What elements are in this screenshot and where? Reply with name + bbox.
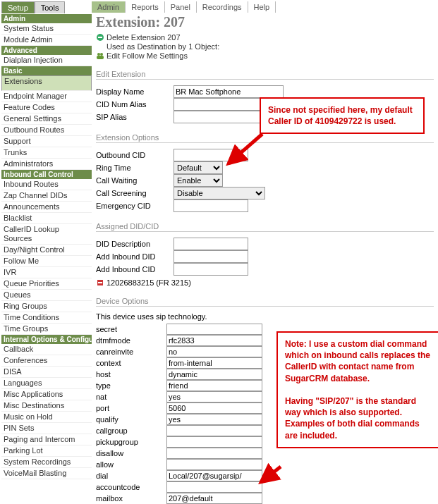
edit-followme-label: Edit Follow Me Settings bbox=[107, 51, 188, 60]
sidebar-header: Admin bbox=[1, 14, 92, 23]
lefttab-setup[interactable]: Setup bbox=[1, 1, 35, 13]
existing-did-line[interactable]: 12026883215 (FR 3215) bbox=[96, 278, 434, 287]
device-host-input[interactable] bbox=[166, 369, 262, 380]
sidebar-item-support[interactable]: Support bbox=[1, 136, 92, 147]
sidebar-item-day-night-control[interactable]: Day/Night Control bbox=[1, 245, 92, 256]
delete-icon bbox=[96, 33, 104, 42]
sidebar-item-languages[interactable]: Languages bbox=[1, 378, 92, 389]
topmenu-admin[interactable]: Admin bbox=[92, 1, 126, 13]
svg-point-2 bbox=[97, 53, 100, 56]
sidebar-item-system-recordings[interactable]: System Recordings bbox=[1, 457, 92, 468]
sidebar-item-inbound-routes[interactable]: Inbound Routes bbox=[1, 179, 92, 190]
add-inbound-cid-label: Add Inbound CID bbox=[96, 265, 174, 273]
sidebar-item-ivr[interactable]: IVR bbox=[1, 267, 92, 278]
add-inbound-did-input[interactable] bbox=[174, 250, 248, 263]
sidebar-item-endpoint-manager[interactable]: Endpoint Manager bbox=[1, 91, 92, 102]
sidebar-item-pin-sets[interactable]: PIN Sets bbox=[1, 423, 92, 434]
sidebar-item-administrators[interactable]: Administrators bbox=[1, 159, 92, 170]
sidebar-item-zap-channel-dids[interactable]: Zap Channel DIDs bbox=[1, 190, 92, 202]
outbound-cid-label: Outbound CID bbox=[96, 151, 174, 159]
callout-dial-command: Note: I use a custom dial command which … bbox=[276, 331, 438, 448]
sidebar-item-callback[interactable]: Callback bbox=[1, 344, 92, 355]
sidebar-item-extensions[interactable]: Extensions bbox=[1, 75, 92, 91]
sidebar-item-callerid-lookup-sources[interactable]: CallerID Lookup Sources bbox=[1, 224, 92, 245]
add-inbound-did-label: Add Inbound DID bbox=[96, 252, 174, 261]
sidebar-item-queues[interactable]: Queues bbox=[1, 290, 92, 301]
sidebar-item-ring-groups[interactable]: Ring Groups bbox=[1, 301, 92, 312]
sidebar-item-announcements[interactable]: Announcements bbox=[1, 202, 92, 213]
sidebar-header: Inbound Call Control bbox=[1, 170, 92, 179]
svg-line-8 bbox=[261, 467, 281, 482]
emergency-cid-label: Emergency CID bbox=[96, 202, 174, 210]
page-title: Extension: 207 bbox=[96, 14, 434, 30]
device-secret-input[interactable] bbox=[166, 324, 262, 335]
did-description-input[interactable] bbox=[174, 238, 248, 250]
device-context-input[interactable] bbox=[166, 357, 262, 369]
sidebar-item-music-on-hold[interactable]: Music on Hold bbox=[1, 412, 92, 423]
add-inbound-cid-input[interactable] bbox=[174, 263, 248, 276]
delete-extension-link[interactable]: Delete Extension 207 bbox=[96, 33, 434, 42]
sidebar-item-time-groups[interactable]: Time Groups bbox=[1, 324, 92, 335]
device-type-input[interactable] bbox=[166, 380, 262, 391]
topmenu-recordings[interactable]: Recordings bbox=[197, 1, 248, 13]
device-disallow-input[interactable] bbox=[166, 448, 262, 459]
ring-time-select[interactable]: Default bbox=[174, 161, 223, 174]
sidebar-item-general-settings[interactable]: General Settings bbox=[1, 113, 92, 125]
sidebar-item-misc-destinations[interactable]: Misc Destinations bbox=[1, 400, 92, 412]
device-allow-input[interactable] bbox=[166, 459, 262, 470]
device-context-label: context bbox=[96, 359, 166, 367]
sidebar-item-queue-priorities[interactable]: Queue Priorities bbox=[1, 278, 92, 290]
device-callgroup-label: callgroup bbox=[96, 426, 166, 435]
cid-num-alias-label: CID Num Alias bbox=[96, 100, 174, 109]
topmenu-panel[interactable]: Panel bbox=[165, 1, 197, 13]
device-qualify-input[interactable] bbox=[166, 414, 262, 425]
device-nat-input[interactable] bbox=[166, 391, 262, 402]
device-mailbox-input[interactable] bbox=[166, 493, 262, 504]
sidebar-item-outbound-routes[interactable]: Outbound Routes bbox=[1, 125, 92, 136]
sidebar-item-disa[interactable]: DISA bbox=[1, 367, 92, 378]
sidebar-item-misc-applications[interactable]: Misc Applications bbox=[1, 389, 92, 400]
svg-rect-6 bbox=[98, 282, 102, 283]
sidebar-item-trunks[interactable]: Trunks bbox=[1, 147, 92, 159]
topmenu-help[interactable]: Help bbox=[248, 1, 276, 13]
device-port-input[interactable] bbox=[166, 402, 262, 414]
device-intro: This device uses sip technology. bbox=[96, 312, 434, 321]
device-canreinvite-input[interactable] bbox=[166, 346, 262, 357]
call-screening-select[interactable]: Disable bbox=[174, 187, 265, 199]
sidebar-item-paging-and-intercom[interactable]: Paging and Intercom bbox=[1, 434, 92, 445]
topmenu-reports[interactable]: Reports bbox=[126, 1, 165, 13]
edit-followme-link[interactable]: Edit Follow Me Settings bbox=[96, 51, 434, 60]
section-device-options: Device Options bbox=[96, 297, 434, 307]
sidebar-item-system-status[interactable]: System Status bbox=[1, 23, 92, 35]
device-allow-label: allow bbox=[96, 460, 166, 469]
sidebar-item-blacklist[interactable]: Blacklist bbox=[1, 213, 92, 224]
svg-point-3 bbox=[100, 53, 103, 56]
sidebar-header: Internal Options & Configurati bbox=[1, 335, 92, 344]
device-dtmfmode-label: dtmfmode bbox=[96, 336, 166, 345]
sidebar-item-feature-codes[interactable]: Feature Codes bbox=[1, 102, 92, 113]
delete-extension-label: Delete Extension 207 bbox=[107, 33, 181, 42]
sidebar-item-conferences[interactable]: Conferences bbox=[1, 355, 92, 367]
sidebar-item-dialplan-injection[interactable]: Dialplan Injection bbox=[1, 55, 92, 66]
sidebar-item-follow-me[interactable]: Follow Me bbox=[1, 256, 92, 267]
sidebar-item-time-conditions[interactable]: Time Conditions bbox=[1, 312, 92, 324]
sidebar-item-voicemail-blasting[interactable]: VoiceMail Blasting bbox=[1, 468, 92, 479]
device-callgroup-input[interactable] bbox=[166, 425, 262, 436]
device-pickupgroup-input[interactable] bbox=[166, 436, 262, 448]
emergency-cid-input[interactable] bbox=[174, 199, 248, 212]
sidebar-header: Advanced bbox=[1, 46, 92, 55]
existing-did-label: 12026883215 (FR 3215) bbox=[107, 278, 191, 287]
device-canreinvite-label: canreinvite bbox=[96, 348, 166, 356]
device-dtmfmode-input[interactable] bbox=[166, 335, 262, 346]
device-disallow-label: disallow bbox=[96, 449, 166, 457]
sidebar-item-parking-lot[interactable]: Parking Lot bbox=[1, 445, 92, 457]
device-accountcode-input[interactable] bbox=[166, 481, 262, 493]
device-pickupgroup-label: pickupgroup bbox=[96, 438, 166, 446]
section-edit-extension: Edit Extension bbox=[96, 70, 434, 80]
call-waiting-select[interactable]: Enable bbox=[174, 174, 223, 187]
sidebar-item-module-admin[interactable]: Module Admin bbox=[1, 35, 92, 46]
lefttab-tools[interactable]: Tools bbox=[35, 1, 66, 13]
display-name-input[interactable] bbox=[174, 85, 284, 98]
device-dial-input[interactable] bbox=[166, 470, 262, 481]
call-screening-label: Call Screening bbox=[96, 189, 174, 197]
